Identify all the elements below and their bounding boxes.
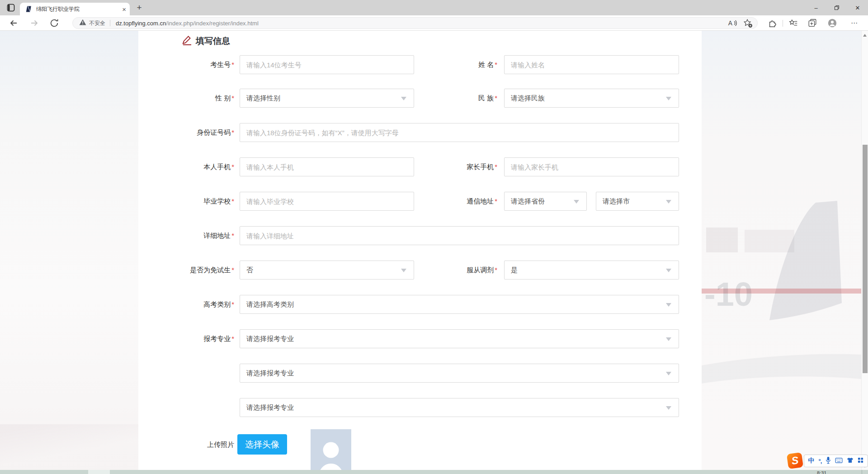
detail-address-input[interactable] (240, 227, 679, 245)
avatar-placeholder (311, 429, 351, 474)
collections-icon[interactable] (807, 18, 817, 28)
add-favorite-icon[interactable] (743, 18, 753, 28)
taskbar-edge: 8:31 (0, 470, 868, 474)
browser-tab-strip: 绵阳飞行职业学院 × + – ✕ (0, 0, 868, 15)
ime-bar: 中 °, (804, 455, 868, 467)
address-bar[interactable]: 不安全 dz.topflying.com.cn/index.php/index/… (72, 17, 758, 29)
major-select-2[interactable]: 请选择报考专业 (240, 364, 679, 383)
ime-chinese-toggle[interactable]: 中 (808, 457, 815, 465)
school-input[interactable] (240, 192, 414, 210)
restore-button[interactable] (826, 0, 847, 15)
required-mark: * (495, 61, 497, 68)
detail-address-field[interactable] (240, 226, 679, 245)
browser-tab[interactable]: 绵阳飞行职业学院 × (20, 3, 130, 15)
ime-punctuation-toggle[interactable]: °, (819, 458, 822, 465)
label-ethnic: 民 族* (389, 89, 497, 108)
label-gender: 性 别* (113, 89, 234, 108)
required-mark: * (495, 266, 497, 274)
page-viewport: -10 填写信息 考生号* 姓 名* 性 别* 请选择性别 民 族* 请选择民族… (0, 31, 868, 474)
chevron-down-icon (666, 200, 671, 204)
label-address: 通信地址* (389, 192, 497, 211)
window-controls: – ✕ (806, 0, 868, 15)
scroll-up-icon[interactable] (863, 34, 867, 37)
exam-category-select[interactable]: 请选择高考类别 (240, 295, 679, 314)
tab-close-icon[interactable]: × (122, 6, 126, 13)
major-select-3[interactable]: 请选择报考专业 (240, 398, 679, 417)
edit-pencil-icon (182, 35, 193, 46)
exam-no-field[interactable] (240, 55, 414, 74)
phone-field[interactable] (240, 157, 414, 176)
read-aloud-icon[interactable]: A (727, 18, 737, 28)
site-favicon-icon (25, 5, 33, 13)
label-parent-phone: 家长手机* (389, 157, 497, 176)
label-name: 姓 名* (389, 55, 497, 74)
label-major: 报考专业* (113, 329, 234, 348)
required-mark: * (231, 128, 234, 136)
ime-toolbox-icon[interactable] (858, 457, 863, 465)
name-field[interactable] (504, 55, 679, 74)
toolbar-divider (783, 20, 783, 27)
gender-select[interactable]: 请选择性别 (240, 89, 414, 108)
minimize-button[interactable]: – (806, 0, 826, 15)
ime-mic-icon[interactable] (826, 456, 831, 466)
label-exempt: 是否为免试生* (113, 261, 234, 280)
chevron-down-icon (666, 303, 671, 307)
address-divider (110, 20, 110, 26)
required-mark: * (231, 335, 234, 342)
adjust-select[interactable]: 是 (504, 261, 679, 280)
extensions-puzzle-icon[interactable] (768, 18, 778, 28)
phone-input[interactable] (240, 158, 414, 176)
forward-icon[interactable] (29, 18, 40, 28)
name-input[interactable] (505, 56, 679, 74)
required-mark: * (495, 163, 497, 171)
required-mark: * (231, 163, 234, 171)
exempt-select[interactable]: 否 (240, 261, 414, 280)
scrollbar-thumb[interactable] (863, 145, 868, 373)
label-school: 毕业学校* (113, 192, 234, 211)
id-card-input[interactable] (240, 123, 679, 142)
chevron-down-icon (574, 200, 579, 204)
url-host: dz.topflying.com.cn (116, 20, 166, 27)
url-path: /index.php/index/register/index.html (166, 20, 259, 27)
label-upload-photo: 上传照片 (113, 434, 234, 455)
ime-keyboard-icon[interactable] (835, 457, 843, 465)
not-secure-warning-icon (79, 19, 86, 27)
taskbar-app-highlight (88, 470, 110, 474)
label-phone: 本人手机* (113, 157, 234, 176)
taskbar-divider (862, 470, 862, 474)
exam-no-input[interactable] (240, 56, 414, 74)
required-mark: * (231, 61, 234, 68)
close-window-button[interactable]: ✕ (847, 0, 868, 15)
required-mark: * (495, 197, 497, 205)
settings-menu-icon[interactable]: ⋯ (849, 18, 860, 28)
city-select[interactable]: 请选择市 (596, 192, 679, 211)
chevron-down-icon (666, 269, 671, 272)
label-exam-category: 高考类别* (113, 295, 234, 314)
required-mark: * (231, 232, 234, 239)
province-select[interactable]: 请选择省份 (504, 192, 587, 211)
id-card-field[interactable] (240, 123, 679, 142)
refresh-icon[interactable] (49, 18, 60, 28)
new-tab-button[interactable]: + (134, 2, 145, 13)
chevron-down-icon (666, 337, 671, 341)
required-mark: * (495, 94, 497, 102)
aircraft-tail-art: -10 (702, 185, 861, 447)
label-detail-address: 详细地址* (113, 226, 234, 245)
parent-phone-input[interactable] (505, 158, 679, 176)
not-secure-label: 不安全 (89, 19, 105, 27)
favorites-icon[interactable] (788, 18, 798, 28)
page-scrollbar[interactable] (861, 31, 868, 474)
sogou-logo-icon[interactable]: S (787, 452, 803, 469)
back-icon[interactable] (8, 18, 19, 28)
tab-actions-icon[interactable] (6, 3, 15, 12)
choose-avatar-button[interactable]: 选择头像 (237, 434, 287, 455)
ime-skin-icon[interactable] (847, 457, 854, 465)
profile-avatar-icon[interactable] (827, 18, 837, 28)
parent-phone-field[interactable] (504, 157, 679, 176)
label-adjust: 服从调剂* (389, 261, 497, 280)
required-mark: * (231, 197, 234, 205)
major-select-1[interactable]: 请选择报考专业 (240, 329, 679, 348)
tab-title: 绵阳飞行职业学院 (36, 5, 119, 13)
ethnic-select[interactable]: 请选择民族 (504, 89, 679, 108)
school-field[interactable] (240, 192, 414, 211)
